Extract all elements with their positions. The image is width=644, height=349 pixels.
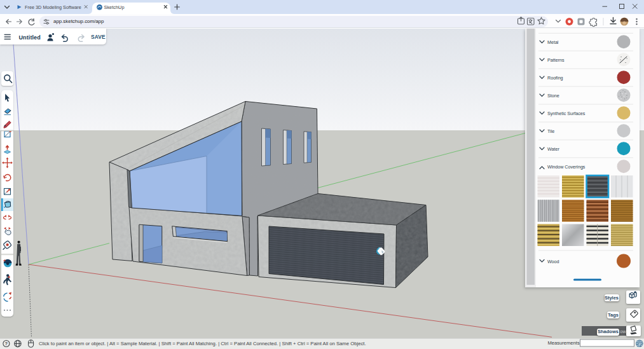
svg-text:Click to paint an item or obje: Click to paint an item or object. | Alt … bbox=[39, 341, 366, 346]
svg-text:Patterns: Patterns bbox=[547, 57, 565, 63]
svg-text:Water: Water bbox=[547, 146, 559, 152]
svg-text:Tile: Tile bbox=[547, 128, 554, 134]
svg-text:Stone: Stone bbox=[547, 93, 559, 99]
svg-text:Synthetic Surfaces: Synthetic Surfaces bbox=[547, 111, 586, 116]
svg-text:Window Coverings: Window Coverings bbox=[547, 164, 586, 170]
svg-text:SAVE: SAVE bbox=[91, 34, 106, 40]
svg-text:Roofing: Roofing bbox=[547, 75, 563, 81]
svg-text:Measurements: Measurements bbox=[548, 340, 580, 346]
svg-text:Untitled: Untitled bbox=[19, 34, 41, 41]
svg-text:Metal: Metal bbox=[547, 39, 559, 45]
svg-text:?: ? bbox=[5, 341, 8, 346]
svg-text:Wood: Wood bbox=[547, 259, 559, 264]
